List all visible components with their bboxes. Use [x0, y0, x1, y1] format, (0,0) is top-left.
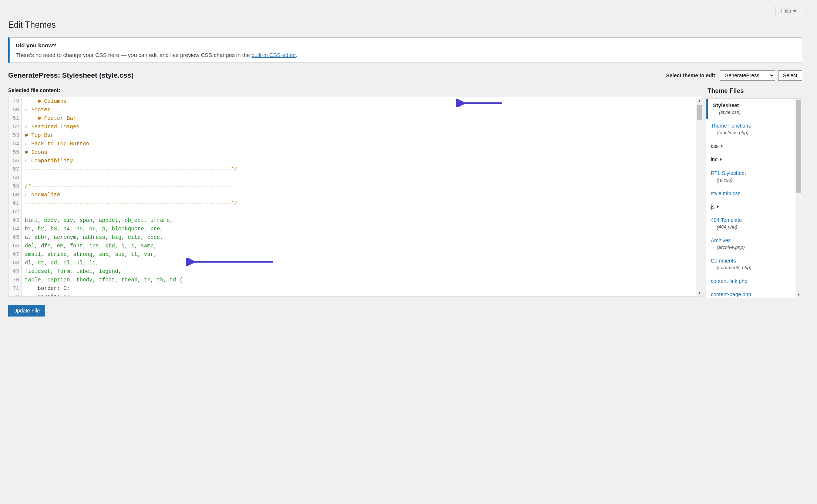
file-item[interactable]: style.min.css	[706, 187, 802, 200]
code-line[interactable]: ----------------------------------------…	[25, 165, 700, 174]
code-line[interactable]: ----------------------------------------…	[25, 199, 700, 208]
theme-files-label: Theme Files	[707, 87, 744, 95]
file-item[interactable]: inc	[706, 153, 802, 166]
page-title: Edit Themes	[8, 20, 802, 30]
code-editor[interactable]: 4950515253545556575859606162636465666768…	[8, 97, 703, 297]
file-item[interactable]: Stylesheet(style.css)	[706, 99, 802, 119]
code-line[interactable]: del, dfn, em, font, ins, kbd, q, s, samp…	[25, 242, 700, 250]
builtin-css-editor-link[interactable]: built-in CSS editor	[251, 52, 296, 58]
code-line[interactable]: h1, h2, h3, h4, h5, h6, p, blockquote, p…	[25, 225, 700, 233]
code-line[interactable]: border: 0;	[25, 284, 700, 293]
code-line[interactable]: # Back to Top Button	[25, 140, 700, 148]
file-heading: GeneratePress: Stylesheet (style.css)	[8, 71, 134, 80]
chevron-right-icon	[720, 158, 722, 161]
filelist-scrollbar[interactable]: ▲ ▼	[796, 99, 802, 298]
scroll-down-icon[interactable]: ▼	[696, 290, 703, 296]
chevron-down-icon	[793, 10, 797, 12]
scroll-thumb[interactable]	[796, 100, 801, 193]
code-line[interactable]: a, abbr, acronym, address, big, cite, co…	[25, 233, 700, 242]
code-line[interactable]: # Featured Images	[25, 123, 700, 131]
code-line[interactable]: dl, dt, dd, ol, ul, li,	[25, 259, 700, 267]
file-list: ▲ ▼ Stylesheet(style.css)Theme Functions…	[706, 98, 802, 298]
select-theme-label: Select theme to edit:	[666, 72, 717, 78]
scroll-thumb[interactable]	[697, 105, 702, 120]
code-line[interactable]	[25, 174, 700, 182]
code-line[interactable]: html, body, div, span, applet, object, i…	[25, 216, 700, 225]
code-line[interactable]: table, caption, tbody, tfoot, thead, tr,…	[25, 276, 700, 284]
help-label: Help	[781, 8, 791, 14]
code-line[interactable]: # Compatibility	[25, 157, 700, 165]
scroll-up-icon[interactable]: ▲	[696, 98, 703, 104]
select-button[interactable]: Select	[778, 70, 802, 81]
file-item[interactable]: RTL Stylesheet(rtl.css)	[706, 166, 802, 187]
theme-select[interactable]: GeneratePress	[720, 70, 775, 81]
code-line[interactable]: # Icons	[25, 148, 700, 157]
chevron-right-icon	[717, 205, 719, 209]
file-item[interactable]: Archives(archive.php)	[706, 234, 802, 254]
chevron-right-icon	[721, 144, 723, 148]
notice-heading: Did you know?	[16, 42, 796, 49]
file-item[interactable]: Theme Functions(functions.php)	[706, 119, 802, 139]
code-line[interactable]: # Top Bar	[25, 131, 700, 140]
notice-text: There's no need to change your CSS here …	[16, 52, 796, 58]
file-item[interactable]: Comments(comments.php)	[706, 254, 802, 274]
update-file-button[interactable]: Update File	[8, 305, 45, 317]
file-item[interactable]: 404 Template(404.php)	[706, 213, 802, 234]
help-tab[interactable]: Help	[776, 6, 802, 16]
code-line[interactable]: # Footer	[25, 106, 700, 114]
file-item[interactable]: content-link.php	[706, 274, 802, 288]
code-line[interactable]: small, strike, strong, sub, sup, tt, var…	[25, 250, 700, 259]
code-line[interactable]: /*--------------------------------------…	[25, 182, 700, 191]
scroll-down-icon[interactable]: ▼	[796, 291, 802, 298]
code-line[interactable]: # Normalize	[25, 191, 700, 199]
code-line[interactable]: # Columns	[25, 97, 700, 106]
file-item[interactable]: js	[706, 200, 802, 213]
file-item[interactable]: css	[706, 139, 802, 153]
code-line[interactable]: margin: 0;	[25, 293, 700, 296]
editor-scrollbar[interactable]: ▲ ▼	[696, 98, 703, 296]
file-item[interactable]: content-page.php	[706, 288, 802, 298]
selected-file-label: Selected file content:	[8, 87, 703, 93]
code-line[interactable]: fieldset, form, label, legend,	[25, 267, 700, 276]
info-notice: Did you know? There's no need to change …	[8, 37, 802, 63]
code-line[interactable]	[25, 208, 700, 216]
code-line[interactable]: # Footer Bar	[25, 114, 700, 123]
